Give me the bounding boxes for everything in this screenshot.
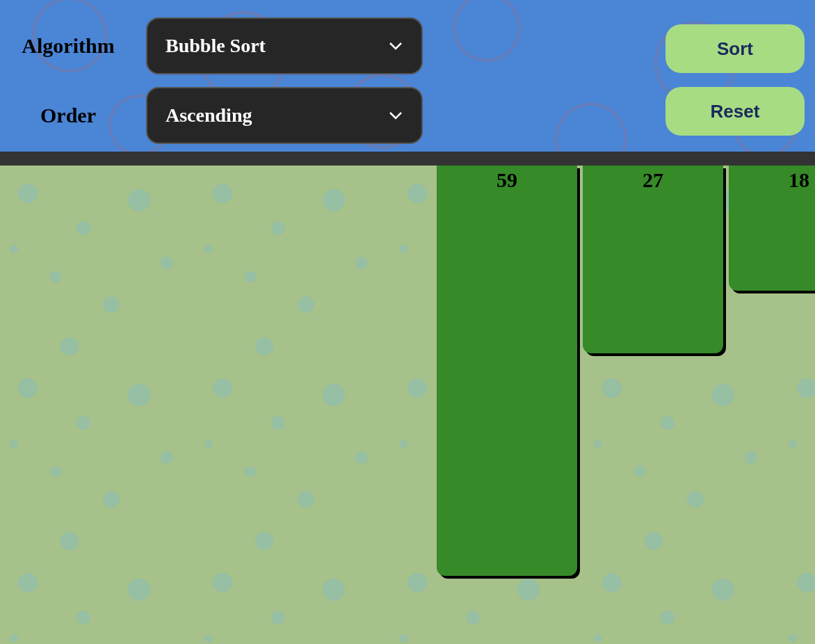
sort-button[interactable]: Sort xyxy=(665,24,805,73)
bars-container: 592718 xyxy=(0,166,815,644)
sort-bar: 59 xyxy=(437,166,577,576)
action-buttons: Sort Reset xyxy=(665,17,805,136)
algorithm-control-row: Algorithm Bubble Sort xyxy=(14,17,423,74)
visualization-area: 592718 xyxy=(0,166,815,644)
header-controls: Algorithm Bubble Sort Order Ascending So… xyxy=(0,0,815,152)
chevron-down-icon xyxy=(388,38,403,54)
order-select[interactable]: Ascending xyxy=(146,87,423,144)
bar-value-label: 18 xyxy=(789,168,809,291)
reset-button[interactable]: Reset xyxy=(665,87,805,136)
order-control-row: Order Ascending xyxy=(14,87,423,144)
order-label: Order xyxy=(14,104,122,127)
sort-bar: 18 xyxy=(729,166,815,291)
algorithm-select-value: Bubble Sort xyxy=(166,35,388,57)
algorithm-label: Algorithm xyxy=(14,34,122,58)
separator-bar xyxy=(0,152,815,166)
bar-value-label: 27 xyxy=(643,168,663,353)
algorithm-select[interactable]: Bubble Sort xyxy=(146,17,423,74)
order-select-value: Ascending xyxy=(166,104,388,127)
sort-bar: 27 xyxy=(583,166,723,353)
bar-value-label: 59 xyxy=(497,168,517,576)
chevron-down-icon xyxy=(388,108,403,123)
controls-left: Algorithm Bubble Sort Order Ascending xyxy=(14,17,423,144)
